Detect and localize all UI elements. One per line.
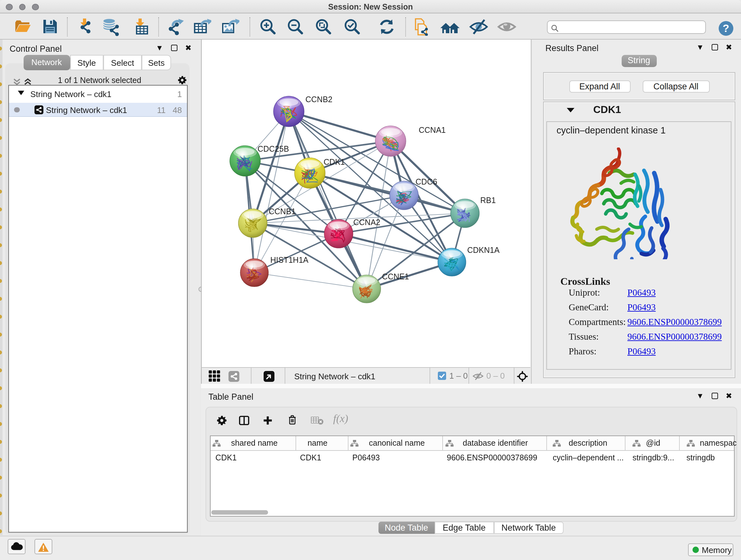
svg-text:CDKN1A: CDKN1A xyxy=(467,246,500,254)
svg-text:CDC25B: CDC25B xyxy=(258,144,289,153)
svg-text:RB1: RB1 xyxy=(480,196,496,205)
svg-text:CDC6: CDC6 xyxy=(415,177,437,186)
svg-text:CCNB1: CCNB1 xyxy=(269,207,296,216)
svg-text:CCNB2: CCNB2 xyxy=(306,95,333,104)
svg-text:CCNA2: CCNA2 xyxy=(353,218,381,227)
svg-text:CCNA1: CCNA1 xyxy=(419,125,446,134)
svg-text:CCNE1: CCNE1 xyxy=(382,272,409,281)
svg-text:HIST1H1A: HIST1H1A xyxy=(270,255,309,264)
svg-text:CDK1: CDK1 xyxy=(324,158,345,166)
